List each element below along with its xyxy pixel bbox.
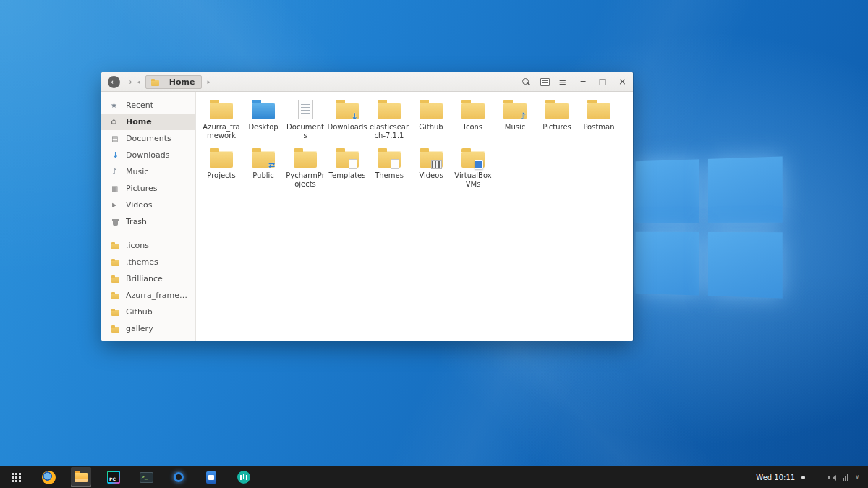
- file-item[interactable]: PycharmProjects: [284, 146, 326, 189]
- volume-icon[interactable]: [828, 474, 836, 481]
- sidebar-item-label: Trash: [126, 217, 147, 226]
- tray-chevron-icon[interactable]: ∨: [855, 474, 859, 481]
- trash-icon: [111, 217, 120, 226]
- file-item[interactable]: Desktop: [242, 98, 284, 140]
- file-item[interactable]: Themes: [368, 146, 410, 189]
- minimize-button[interactable]: −: [579, 77, 586, 87]
- office-app-button[interactable]: [201, 467, 221, 487]
- sidebar-item-label: .themes: [126, 257, 158, 267]
- file-item[interactable]: Templates: [326, 146, 368, 189]
- forward-button[interactable]: →: [125, 77, 132, 87]
- window-body: Recent Home Documents Downloads Music: [101, 92, 633, 341]
- windows-logo-pane: [708, 232, 783, 299]
- file-item[interactable]: Downloads: [326, 98, 368, 140]
- file-label: Azurra_framework: [201, 123, 242, 140]
- sidebar-item-label: Home: [126, 117, 152, 127]
- sidebar-item-label: .icons: [126, 241, 149, 250]
- file-item[interactable]: Music: [494, 98, 536, 140]
- view-toggle-icon[interactable]: [540, 78, 550, 86]
- audio-wave-icon: [237, 471, 250, 484]
- sidebar-item-pictures[interactable]: Pictures: [101, 180, 195, 197]
- search-icon[interactable]: [522, 77, 531, 87]
- videos-icon: [111, 200, 120, 210]
- ring-app-button[interactable]: [169, 467, 189, 487]
- windows-logo-pane: [708, 156, 783, 223]
- file-label: elasticsearch-7.1.1: [369, 123, 409, 140]
- signal-bar: [847, 474, 848, 481]
- app-grid-icon: [12, 473, 21, 482]
- sidebar-item-videos[interactable]: Videos: [101, 197, 195, 213]
- file-item[interactable]: Projects: [200, 146, 242, 189]
- pathbar-scroll-right-button[interactable]: ▸: [207, 78, 210, 85]
- file-label: Desktop: [248, 123, 278, 132]
- network-icon[interactable]: [843, 474, 848, 481]
- document-icon: [298, 100, 313, 119]
- file-item[interactable]: Icons: [452, 98, 494, 140]
- folder-icon: [336, 103, 359, 119]
- downloads-icon: [111, 150, 120, 160]
- file-item[interactable]: Pictures: [536, 98, 578, 140]
- folder-icon: [503, 103, 527, 119]
- sidebar-item-music[interactable]: Music: [101, 163, 195, 180]
- sidebar-item-documents[interactable]: Documents: [101, 130, 195, 147]
- file-label: Themes: [375, 171, 404, 180]
- notification-dot: [801, 476, 805, 479]
- folder-icon: [545, 103, 569, 119]
- file-item[interactable]: VirtualBox VMs: [452, 146, 494, 189]
- maximize-button[interactable]: □: [599, 77, 606, 87]
- file-item[interactable]: Documents: [284, 98, 326, 140]
- files-button[interactable]: [71, 467, 91, 487]
- sidebar-item-label: Recent: [126, 100, 153, 110]
- file-item[interactable]: Github: [410, 98, 452, 140]
- file-item[interactable]: Postman: [578, 98, 620, 140]
- sidebar-item-label: Music: [126, 167, 148, 176]
- sidebar-item-github[interactable]: Github: [101, 304, 195, 320]
- sidebar-item-home[interactable]: Home: [101, 114, 195, 130]
- taskbar-clock[interactable]: Wed 10:11: [756, 474, 795, 481]
- blue-document-icon: [206, 471, 216, 484]
- pathbar-scroll-left-button[interactable]: ◂: [137, 78, 140, 85]
- start-button[interactable]: [6, 467, 26, 487]
- firefox-icon: [42, 471, 56, 484]
- folder-icon: [111, 324, 120, 333]
- sidebar-item-downloads[interactable]: Downloads: [101, 147, 195, 163]
- sidebar-item-azurra-framework[interactable]: Azurra_framework: [101, 287, 195, 304]
- file-label: Postman: [583, 123, 614, 132]
- home-icon: [111, 117, 120, 127]
- sidebar-bookmarks-group: .icons .themes Brilliance Azurra_framewo…: [101, 237, 195, 337]
- file-item[interactable]: Azurra_framework: [200, 98, 242, 140]
- folder-icon: [111, 291, 120, 300]
- windows-logo: [636, 156, 783, 298]
- file-label: Projects: [207, 171, 235, 180]
- folder-icon: [461, 151, 485, 168]
- close-button[interactable]: ×: [618, 77, 626, 87]
- pathbar-tab-label: Home: [169, 77, 195, 87]
- terminal-button[interactable]: >_: [136, 467, 156, 487]
- file-item[interactable]: Public: [242, 146, 284, 189]
- file-item[interactable]: elasticsearch-7.1.1: [368, 98, 410, 140]
- folder-icon: [150, 77, 160, 87]
- system-tray: Wed 10:11 ∨: [756, 474, 868, 481]
- folder-icon: [111, 307, 120, 317]
- pycharm-button[interactable]: PC: [103, 467, 124, 487]
- sidebar-item-gallery[interactable]: gallery: [101, 320, 195, 337]
- sidebar-item-recent[interactable]: Recent: [101, 97, 195, 114]
- sidebar-item-trash[interactable]: Trash: [101, 213, 195, 230]
- folder-icon: [210, 151, 233, 168]
- folder-icon: [587, 103, 610, 119]
- pathbar-home-tab[interactable]: Home: [145, 75, 203, 89]
- folder-icon: [378, 103, 401, 119]
- back-button[interactable]: ←: [108, 76, 120, 88]
- sidebar-item-dot-themes[interactable]: .themes: [101, 254, 195, 270]
- file-item[interactable]: Videos: [410, 146, 452, 189]
- recent-icon: [111, 100, 120, 110]
- menu-icon[interactable]: ≡: [559, 77, 567, 87]
- audio-app-button[interactable]: [234, 467, 254, 487]
- file-label: Downloads: [328, 123, 367, 132]
- sidebar-item-label: Pictures: [126, 184, 158, 193]
- sidebar-item-label: gallery: [126, 324, 153, 333]
- sidebar-item-dot-icons[interactable]: .icons: [101, 237, 195, 254]
- documents-icon: [111, 134, 120, 143]
- sidebar-item-brilliance[interactable]: Brilliance: [101, 270, 195, 287]
- firefox-button[interactable]: [38, 467, 59, 487]
